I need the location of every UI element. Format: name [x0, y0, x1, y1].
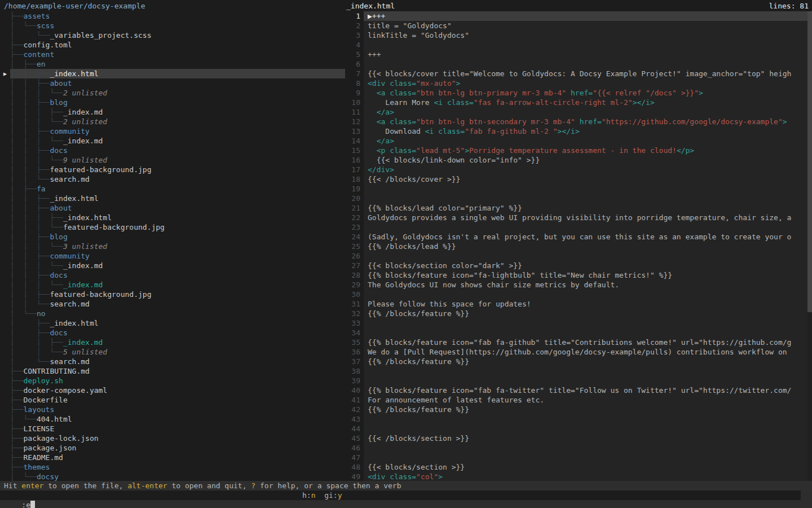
code-line: [364, 424, 807, 433]
tree-item[interactable]: │ │ │ └──9 unlisted: [0, 155, 345, 165]
tree-item[interactable]: ├──config.toml: [0, 40, 345, 50]
text-segment: {{% blocks/feature icon="fab fa-github" …: [368, 338, 791, 347]
line-number: 2: [345, 21, 360, 30]
tree-item-body: │ │ │ └──_index.md: [10, 280, 345, 290]
tree-item[interactable]: ├──assets: [0, 11, 345, 21]
tree-item[interactable]: │ ├──docs: [0, 328, 345, 338]
line-number: 43: [345, 414, 360, 424]
tree-item[interactable]: │ │ │ └──2 unlisted: [0, 88, 345, 98]
text-segment: y: [338, 491, 342, 500]
tree-item[interactable]: │ │ │ └──featured-background.jpg: [0, 222, 345, 232]
text-segment: enter: [21, 481, 43, 490]
tree-item[interactable]: ├──CONTRIBUTING.md: [0, 366, 345, 376]
text-segment: </a>: [368, 108, 394, 116]
tree-item[interactable]: │ │ ├──docs: [0, 146, 345, 155]
line-number: 9: [345, 88, 360, 98]
code-line: <a class="btn btn-lg btn-primary mr-3 mb…: [364, 88, 807, 98]
tree-item[interactable]: │ │ │ └──2 unlisted: [0, 117, 345, 126]
code-line: Learn More <i class="fas fa-arrow-alt-ci…: [364, 98, 807, 107]
tree-item[interactable]: │ │ ├──blog: [0, 98, 345, 107]
flag-column: [0, 424, 10, 433]
tree-item[interactable]: │ │ │ └──3 unlisted: [0, 242, 345, 251]
tree-item[interactable]: │ │ ├──community: [0, 126, 345, 136]
line-number: 1: [345, 11, 360, 21]
tree-item[interactable]: │ │ │ └──_index.md: [0, 261, 345, 270]
tree-item[interactable]: │ │ ├──docs: [0, 270, 345, 280]
tree-item[interactable]: │ │ ├──about: [0, 203, 345, 213]
command-input-line[interactable]: :e h:n gi:y: [0, 491, 812, 500]
tree-item[interactable]: │ │ ├──community: [0, 251, 345, 261]
tree-item-label: LICENSE: [23, 424, 54, 433]
text-segment: >: [456, 79, 461, 87]
text-segment: {{% /blocks/feature %}}: [368, 309, 469, 318]
tree-item[interactable]: │ └──search.md: [0, 357, 345, 366]
flag-column: [0, 453, 10, 462]
tree-item[interactable]: │ └──scss: [0, 21, 345, 30]
flag-column: [0, 136, 10, 146]
text-segment: We do a [Pull Request](https://github.co…: [368, 348, 787, 356]
tree-item[interactable]: │ │ ├──about: [0, 78, 345, 88]
flag-column: [0, 174, 10, 184]
tree-item-label: docsy: [37, 472, 59, 481]
tree-item[interactable]: ▶│ │ ├──_index.html: [0, 69, 345, 78]
tree-item[interactable]: │ │ ├──_index.html: [0, 194, 345, 203]
tree-item-body: │ │ ├──docs: [10, 270, 345, 280]
tree-item[interactable]: │ │ ├──_index.md: [0, 338, 345, 347]
tree-item[interactable]: ├──LICENSE: [0, 424, 345, 433]
line-number: 26: [345, 251, 360, 261]
tree-item[interactable]: ├──deploy.sh: [0, 376, 345, 386]
code-line: {{% /blocks/lead %}}: [364, 242, 807, 251]
tree-item[interactable]: │ │ └──search.md: [0, 174, 345, 184]
flag-column: [0, 98, 10, 107]
tree-item-body: │ ├──en: [10, 59, 345, 69]
tree-item[interactable]: │ │ └──5 unlisted: [0, 347, 345, 357]
tree-item-label: themes: [23, 463, 50, 471]
tree-item[interactable]: ├──Dockerfile: [0, 395, 345, 405]
text-segment: "btn btn-lg btn-secondary mr-3 mb-4": [416, 117, 575, 126]
tree-item[interactable]: │ │ ├──featured-background.jpg: [0, 165, 345, 174]
command-input-text[interactable]: :e: [21, 501, 30, 508]
text-segment: {{< /blocks/section >}}: [368, 434, 469, 443]
tree-item-body: │ │ │ └──2 unlisted: [10, 117, 345, 126]
tree-item-label: docker-compose.yaml: [23, 386, 107, 395]
tree-item[interactable]: │ │ ├──featured-background.jpg: [0, 290, 345, 299]
tree-item-label: fa: [37, 185, 46, 193]
tree-item-label: featured-background.jpg: [50, 165, 151, 174]
tree-branch-lines: │ └──: [10, 31, 50, 40]
tree-item[interactable]: │ ├──_index.html: [0, 318, 345, 328]
tree-item[interactable]: │ │ └──search.md: [0, 299, 345, 309]
tree-item[interactable]: │ └──_variables_project.scss: [0, 30, 345, 40]
tree-item[interactable]: │ │ ├──blog: [0, 232, 345, 242]
flag-column: [0, 155, 10, 165]
tree-item[interactable]: │ │ │ ├──_index.html: [0, 213, 345, 222]
tree-branch-lines: │ ├──: [10, 329, 50, 337]
tree-item[interactable]: ├──layouts: [0, 405, 345, 414]
tree-item[interactable]: │ └──docsy: [0, 472, 345, 481]
flag-column: [0, 107, 10, 117]
line-number: 45: [345, 433, 360, 443]
preview-scrollbar[interactable]: [807, 11, 812, 481]
tree-branch-lines: ├──: [10, 453, 23, 462]
text-segment: "lead mt-5": [416, 146, 465, 155]
tree-item[interactable]: │ │ │ ├──_index.md: [0, 107, 345, 117]
flag-column: [0, 184, 10, 194]
tree-item[interactable]: │ ├──en: [0, 59, 345, 69]
line-number: 31: [345, 299, 360, 309]
tree-item[interactable]: │ └──no: [0, 309, 345, 318]
tree-item[interactable]: ├──package-lock.json: [0, 433, 345, 443]
tree-item[interactable]: │ │ │ └──_index.md: [0, 280, 345, 290]
scrollbar-thumb[interactable]: [807, 11, 812, 312]
tree-item[interactable]: │ ├──fa: [0, 184, 345, 194]
tree-item[interactable]: │ │ │ └──_index.md: [0, 136, 345, 146]
tree-item[interactable]: ├──themes: [0, 462, 345, 472]
tree-item[interactable]: ├──content: [0, 50, 345, 59]
preview-line-count: lines: 81: [769, 1, 809, 11]
tree-item-body: │ └──docsy: [10, 472, 345, 481]
tree-item-label: content: [23, 50, 54, 59]
tree-item[interactable]: │ └──404.html: [0, 414, 345, 424]
text-segment: "btn btn-lg btn-primary mr-3 mb-4": [416, 89, 566, 97]
tree-item[interactable]: ├──docker-compose.yaml: [0, 386, 345, 395]
tree-item[interactable]: ├──README.md: [0, 453, 345, 462]
tree-item[interactable]: ├──package.json: [0, 443, 345, 453]
flag-column: [0, 338, 10, 347]
